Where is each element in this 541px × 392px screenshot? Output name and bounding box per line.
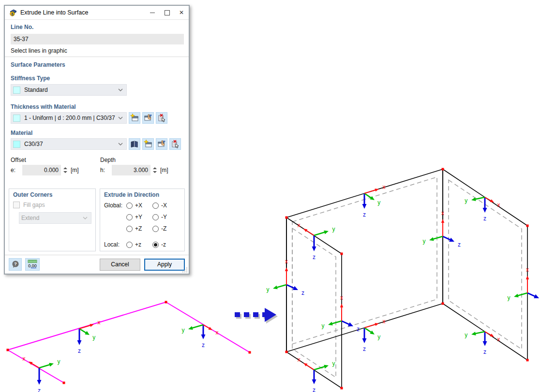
minimize-button[interactable] — [145, 6, 160, 19]
edit-icon — [144, 114, 152, 122]
svg-text:y: y — [321, 322, 324, 329]
app-icon: 6 — [9, 9, 17, 16]
outer-corners-mode-select: Extend — [19, 212, 91, 224]
radio-global-minus-y[interactable]: -Y — [152, 214, 179, 220]
spin-down-icon[interactable] — [63, 171, 67, 173]
svg-text:y: y — [465, 197, 467, 204]
depth-label: Depth — [100, 156, 116, 163]
offset-spinner[interactable] — [63, 167, 67, 173]
close-button[interactable]: ✕ — [174, 6, 189, 19]
line-no-input[interactable]: 35-37 — [11, 34, 184, 44]
delete-icon — [171, 140, 180, 148]
svg-text:x: x — [383, 184, 386, 190]
thickness-new-button[interactable] — [129, 112, 140, 124]
svg-text:x: x — [383, 318, 386, 325]
radio-icon[interactable] — [126, 203, 133, 209]
radio-local-minus-z[interactable]: -z — [152, 241, 179, 248]
library-book-icon — [130, 140, 139, 148]
radio-icon[interactable] — [152, 242, 159, 248]
radio-icon[interactable] — [152, 226, 159, 232]
new-icon — [144, 140, 152, 148]
radio-icon[interactable] — [152, 214, 159, 220]
edit-icon — [157, 140, 166, 148]
minimize-icon — [150, 13, 155, 13]
depth-spinner[interactable] — [153, 167, 157, 173]
chevron-down-icon — [118, 88, 123, 91]
svg-text:z: z — [363, 211, 366, 218]
maximize-button[interactable] — [160, 6, 174, 19]
svg-text:6: 6 — [11, 12, 14, 16]
svg-text:z: z — [301, 290, 304, 296]
radio-global-minus-z[interactable]: -Z — [152, 225, 179, 232]
svg-text:x: x — [98, 319, 101, 326]
radio-icon[interactable] — [152, 203, 159, 209]
svg-text:y: y — [266, 286, 269, 293]
depth-unit: [m] — [160, 167, 168, 174]
extrude-line-dialog: 6 Extrude Line into Surface ✕ Line No. 3… — [4, 5, 190, 275]
extrude-direction-title: Extrude in Direction — [104, 191, 159, 198]
material-new-button[interactable] — [142, 138, 154, 150]
depth-input[interactable]: 3.000 — [112, 165, 150, 175]
dialog-footer: ? 0,00 Cancel Apply — [5, 255, 189, 274]
resize-grip[interactable] — [182, 267, 188, 273]
line-no-hint: Select lines in graphic — [11, 47, 184, 54]
svg-text:x: x — [285, 258, 288, 265]
offset-input[interactable]: 0.000 — [22, 165, 61, 175]
outer-corners-title: Outer Corners — [13, 191, 52, 198]
spin-down-icon[interactable] — [153, 171, 157, 173]
svg-text:z: z — [357, 326, 360, 333]
maximize-icon — [165, 10, 170, 15]
thickness-delete-button[interactable] — [156, 112, 167, 124]
dialog-titlebar[interactable]: 6 Extrude Line into Surface ✕ — [5, 6, 189, 19]
spin-up-icon[interactable] — [153, 167, 157, 169]
chevron-down-icon — [118, 116, 123, 119]
radio-icon[interactable] — [126, 242, 133, 248]
svg-text:y: y — [92, 334, 95, 341]
svg-text:x: x — [340, 294, 343, 301]
radio-global-plus-y[interactable]: +Y — [126, 214, 152, 220]
fill-gaps-checkbox[interactable] — [13, 202, 20, 208]
global-label: Global: — [104, 202, 126, 209]
offset-unit: [m] — [71, 167, 79, 174]
line-no-label: Line No. — [11, 23, 184, 30]
fill-gaps-checkbox-row[interactable]: Fill gaps — [13, 202, 91, 208]
stiffness-type-select[interactable]: Standard — [11, 84, 127, 96]
material-library-button[interactable] — [129, 138, 140, 150]
radio-local-plus-z[interactable]: +z — [126, 241, 152, 248]
apply-button[interactable]: Apply — [144, 259, 185, 271]
material-edit-button[interactable] — [156, 138, 167, 150]
svg-text:y: y — [181, 327, 184, 334]
help-button[interactable]: ? — [9, 258, 22, 271]
material-value: C30/37 — [24, 141, 118, 147]
svg-text:z: z — [458, 241, 461, 248]
svg-text:y: y — [377, 334, 380, 340]
material-label: Material — [11, 129, 185, 136]
spin-up-icon[interactable] — [63, 167, 67, 169]
radio-icon[interactable] — [126, 214, 133, 220]
material-delete-button[interactable] — [169, 138, 181, 150]
svg-text:x: x — [298, 222, 301, 229]
thickness-label: Thickness with Material — [11, 103, 185, 110]
svg-text:y: y — [58, 358, 60, 365]
chevron-down-icon — [118, 143, 123, 145]
thickness-select[interactable]: 1 - Uniform | d : 200.0 mm | C30/37 — [11, 112, 127, 124]
thickness-swatch — [13, 115, 20, 122]
svg-text:y: y — [332, 226, 335, 232]
svg-text:0,00: 0,00 — [28, 263, 37, 268]
thickness-edit-button[interactable] — [142, 112, 154, 124]
radio-global-minus-x[interactable]: -X — [152, 202, 179, 209]
decimal-places-button[interactable]: 0,00 — [25, 258, 40, 271]
material-select[interactable]: C30/37 — [11, 138, 127, 150]
thickness-value: 1 - Uniform | d : 200.0 mm | C30/37 — [24, 115, 118, 121]
radio-icon[interactable] — [126, 226, 133, 232]
extrude-direction-group: Extrude in Direction Global: +X -X +Y -Y… — [100, 189, 185, 251]
svg-text:z: z — [38, 387, 41, 392]
svg-text:z: z — [313, 387, 316, 392]
radio-global-plus-z[interactable]: +Z — [126, 225, 152, 232]
cancel-button[interactable]: Cancel — [100, 259, 140, 271]
svg-text:x: x — [441, 210, 444, 217]
radio-global-plus-x[interactable]: +X — [126, 202, 152, 209]
svg-text:y: y — [377, 199, 380, 206]
material-swatch — [13, 141, 20, 148]
offset-symbol: e: — [11, 167, 22, 174]
